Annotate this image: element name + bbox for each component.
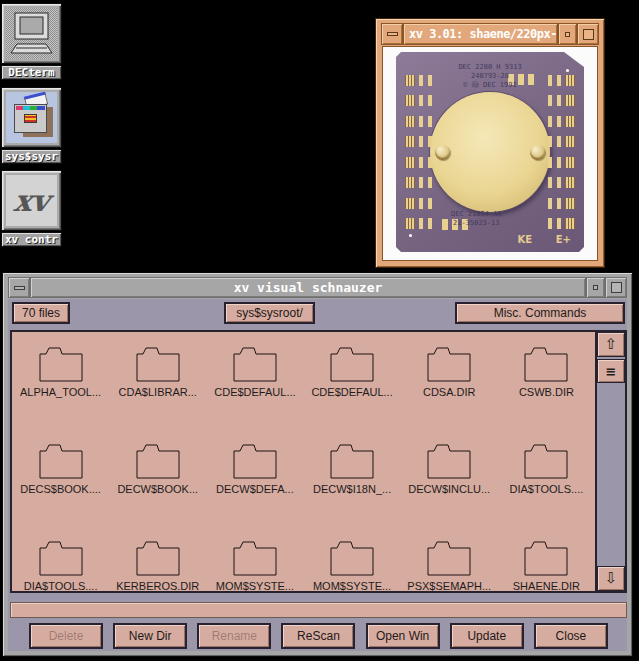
- chip-marking-top: DEC 2280 H 9313 240793-28 © Ⓜ DEC 1991: [396, 63, 584, 90]
- folder-item[interactable]: CDE$DEFAUL...: [206, 345, 303, 398]
- file-drawer-icon[interactable]: [1, 87, 62, 148]
- folder-name: KERBEROS.DIR: [116, 580, 199, 591]
- maximize-button[interactable]: [577, 23, 599, 45]
- chip-pads-right: [541, 74, 575, 230]
- command-button-row: Delete New Dir Rename ReScan Open Win Up…: [10, 623, 627, 649]
- rename-button: Rename: [197, 623, 271, 649]
- folder-name: MOM$SYSTE...: [216, 580, 294, 591]
- folder-name: PSX$SEMAPH...: [407, 580, 491, 591]
- drawer-label: [24, 114, 37, 123]
- minimize-icon: [565, 32, 570, 37]
- folder-item[interactable]: DECW$DEFA...: [206, 442, 303, 495]
- folder-name: DIA$TOOLS....: [24, 580, 98, 591]
- folder-name: DECW$INCLU...: [408, 483, 490, 495]
- scroll-down-button[interactable]: ⇩: [597, 566, 625, 591]
- chip-pad-row: [541, 136, 575, 148]
- xv-logo-icon[interactable]: xv: [1, 170, 62, 231]
- scroll-up-button[interactable]: ⇧: [597, 332, 625, 357]
- chip-pad-row: [541, 115, 575, 127]
- file-list-area: ALPHA_TOOL... CDA$LIBRAR... CDE$DEFAUL..…: [10, 330, 627, 593]
- folder-icon: [426, 442, 472, 479]
- xv-image-window-title: xv 3.01: shaene/220px-DE: [403, 23, 558, 45]
- chip-pad-row: [541, 95, 575, 107]
- folder-name: ALPHA_TOOL...: [20, 386, 101, 398]
- folder-name: CSWB.DIR: [519, 386, 574, 398]
- folder-item[interactable]: DIA$TOOLS....: [12, 539, 109, 591]
- current-path-button[interactable]: sys$sysroot/: [224, 302, 315, 324]
- folder-name: CDA$LIBRAR...: [119, 386, 197, 398]
- maximize-button[interactable]: [605, 277, 627, 298]
- open-win-button[interactable]: Open Win: [366, 623, 440, 649]
- folder-icon: [329, 539, 375, 576]
- filename-strip: [10, 602, 627, 618]
- folder-item[interactable]: ALPHA_TOOL...: [12, 345, 109, 398]
- minimize-button[interactable]: [586, 277, 605, 298]
- chip-marking-ke: KE: [517, 234, 532, 245]
- scrollbar-trough[interactable]: [597, 383, 625, 566]
- folder-tabs: [16, 106, 45, 110]
- folder-icon: [135, 539, 181, 576]
- window-menu-button[interactable]: [8, 277, 30, 298]
- scrollbar[interactable]: ⇧ ≡ ⇩: [595, 332, 625, 591]
- folder-name: SHAENE.DIR: [513, 580, 580, 591]
- schnauzer-titlebar[interactable]: xv visual schnauzer: [8, 277, 627, 298]
- window-menu-icon: [14, 286, 25, 290]
- folder-name: DECS$BOOK....: [20, 483, 101, 495]
- folder-item[interactable]: CDE$DEFAUL...: [303, 345, 400, 398]
- folder-icon: [38, 442, 84, 479]
- folder-item[interactable]: DECW$INCLU...: [401, 442, 498, 495]
- chip-marking-bottom: DEC 21064-AA 21-35023-13: [451, 210, 502, 228]
- folder-item[interactable]: MOM$SYSTE...: [206, 539, 303, 591]
- folder-item[interactable]: CDA$LIBRAR...: [109, 345, 206, 398]
- chip-marking-eplus: E+: [556, 234, 571, 245]
- xv-logo-art: xv: [6, 175, 57, 226]
- new-dir-button[interactable]: New Dir: [113, 623, 187, 649]
- folder-icon: [232, 442, 278, 479]
- scrollbar-thumb[interactable]: ≡: [597, 359, 625, 383]
- chip-pad-row: [405, 218, 439, 230]
- update-button[interactable]: Update: [450, 623, 524, 649]
- folder-item[interactable]: CSWB.DIR: [498, 345, 595, 398]
- folder-item[interactable]: DECW$BOOK...: [109, 442, 206, 495]
- window-menu-button[interactable]: [381, 23, 403, 45]
- folder-name: DECW$DEFA...: [216, 483, 294, 495]
- folder-name: DECW$I18N_...: [313, 483, 391, 495]
- folder-item[interactable]: PSX$SEMAPH...: [401, 539, 498, 591]
- icon-label-sysdrawer: sys$sysr: [1, 149, 62, 164]
- rescan-button[interactable]: ReScan: [281, 623, 355, 649]
- chip-pad-row: [405, 115, 439, 127]
- file-count-label: 70 files: [12, 302, 70, 324]
- folder-icon: [329, 442, 375, 479]
- folder-item[interactable]: CDSA.DIR: [401, 345, 498, 398]
- schnauzer-window: xv visual schnauzer 70 files sys$sysroot…: [2, 272, 633, 657]
- terminal-icon[interactable]: [1, 3, 62, 64]
- folder-icon: [426, 539, 472, 576]
- scroll-down-icon: ⇩: [605, 571, 618, 586]
- folder-icon: [135, 345, 181, 382]
- close-button[interactable]: Close: [534, 623, 608, 649]
- folder-icon: [523, 442, 569, 479]
- xv-image-window: xv 3.01: shaene/220px-DE: [375, 18, 605, 268]
- folder-icon: [38, 345, 84, 382]
- schnauzer-content: 70 files sys$sysroot/ Misc. Commands ALP…: [8, 299, 627, 651]
- folder-item[interactable]: DIA$TOOLS....: [498, 442, 595, 495]
- folder-icon: [135, 442, 181, 479]
- xv-image-window-titlebar[interactable]: xv 3.01: shaene/220px-DE: [381, 23, 599, 45]
- misc-commands-button[interactable]: Misc. Commands: [455, 302, 625, 324]
- folder-name: CDE$DEFAUL...: [311, 386, 392, 398]
- folder-grid: ALPHA_TOOL... CDA$LIBRAR... CDE$DEFAUL..…: [12, 332, 595, 591]
- desktop-icon-decterm[interactable]: DECterm: [1, 3, 62, 80]
- desktop-icon-sysdrawer[interactable]: sys$sysr: [1, 87, 62, 164]
- folder-item[interactable]: DECW$I18N_...: [303, 442, 400, 495]
- maximize-icon: [583, 29, 594, 40]
- xv-image-view: DEC 2280 H 9313 240793-28 © Ⓜ DEC 1991 D…: [382, 46, 598, 261]
- minimize-button[interactable]: [558, 23, 577, 45]
- chip-pad-row: [405, 156, 439, 168]
- folder-item[interactable]: KERBEROS.DIR: [109, 539, 206, 591]
- folder-icon: [232, 345, 278, 382]
- folder-item[interactable]: SHAENE.DIR: [498, 539, 595, 591]
- desktop-icon-xv-controls[interactable]: xv xv contr: [1, 170, 62, 247]
- schnauzer-title: xv visual schnauzer: [30, 277, 586, 298]
- folder-item[interactable]: DECS$BOOK....: [12, 442, 109, 495]
- folder-item[interactable]: MOM$SYSTE...: [303, 539, 400, 591]
